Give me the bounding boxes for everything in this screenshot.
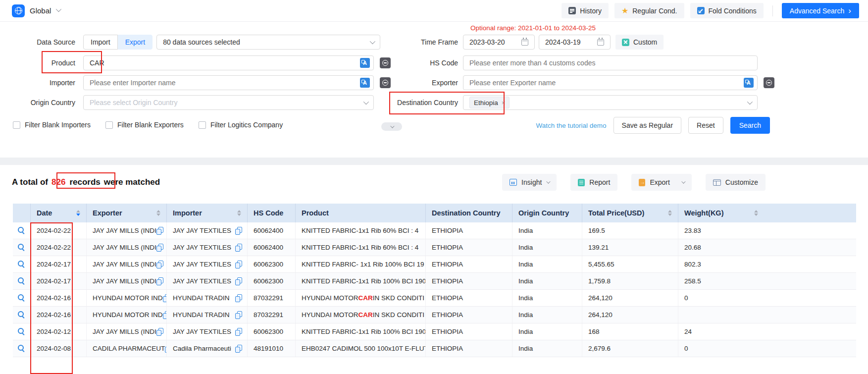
cell-text: HYUNDAI MOTOR IND xyxy=(93,294,163,302)
cell-text: 87032291 xyxy=(254,294,283,302)
column-header-label: Exporter xyxy=(93,209,122,217)
history-button[interactable]: History xyxy=(562,3,609,18)
column-header-exporter[interactable]: Exporter xyxy=(87,204,167,222)
column-header-total_price[interactable]: Total Price(USD) xyxy=(582,204,678,222)
cell-text: 802.3 xyxy=(684,261,701,268)
export-tab[interactable]: Export xyxy=(118,35,153,50)
cell-text: Cadila Pharmaceuti xyxy=(173,345,231,352)
copy-icon[interactable] xyxy=(235,261,242,268)
chevron-down-icon[interactable] xyxy=(56,6,61,11)
exporter-input[interactable] xyxy=(469,79,717,87)
cell-destination: ETHIOPIA xyxy=(426,340,512,357)
time-frame-row: Time Frame 2023-03-20 2024-03-19 Custom xyxy=(376,35,664,50)
data-source-select[interactable]: 80 data sources selected xyxy=(156,35,380,50)
report-button[interactable]: Report xyxy=(570,174,617,191)
sort-arrows[interactable] xyxy=(754,210,758,216)
filter-blank-exporters-checkbox[interactable]: Filter Blank Exporters xyxy=(105,121,184,129)
reset-button[interactable]: Reset xyxy=(688,117,723,134)
collapse-conditions-button[interactable] xyxy=(381,122,402,131)
custom-range-button[interactable]: Custom xyxy=(615,35,664,50)
view-detail-icon[interactable] xyxy=(18,328,25,335)
calendar-icon xyxy=(597,39,604,46)
column-header-weight[interactable]: Weight(KG) xyxy=(678,204,856,222)
sort-arrows[interactable] xyxy=(237,210,241,216)
view-detail-icon[interactable] xyxy=(18,277,25,285)
search-button[interactable]: Search xyxy=(730,117,770,134)
view-detail-icon[interactable] xyxy=(18,311,25,319)
origin-country-select[interactable]: Please select Origin Country xyxy=(83,95,374,110)
end-date-input[interactable]: 2024-03-19 xyxy=(539,35,611,50)
customize-button[interactable]: Customize xyxy=(706,174,766,191)
copy-icon[interactable] xyxy=(163,294,167,302)
copy-icon[interactable] xyxy=(235,227,242,235)
sort-asc-icon[interactable] xyxy=(754,210,758,213)
save-as-regular-button[interactable]: Save as Regular xyxy=(613,117,682,134)
copy-icon[interactable] xyxy=(235,311,242,319)
view-detail-icon[interactable] xyxy=(18,345,25,352)
sort-asc-icon[interactable] xyxy=(668,210,672,213)
sort-asc-icon[interactable] xyxy=(76,210,80,213)
start-date-input[interactable]: 2023-03-20 xyxy=(463,35,535,50)
chevron-down-icon xyxy=(547,179,551,183)
copy-icon[interactable] xyxy=(235,244,242,252)
export-button[interactable]: Export xyxy=(631,174,691,191)
importer-input[interactable] xyxy=(90,79,327,87)
translate-icon[interactable] xyxy=(360,58,370,68)
copy-icon[interactable] xyxy=(235,328,242,336)
copy-icon[interactable] xyxy=(156,244,163,252)
filter-blank-importers-checkbox[interactable]: Filter Blank Importers xyxy=(13,121,91,129)
cell-weight: 0 xyxy=(678,290,856,306)
translate-icon[interactable] xyxy=(360,78,370,88)
exporter-label: Exporter xyxy=(376,79,458,87)
view-detail-icon[interactable] xyxy=(18,244,25,251)
sort-desc-icon[interactable] xyxy=(668,214,672,216)
remove-tag-icon[interactable]: × xyxy=(502,99,506,107)
tutorial-link[interactable]: Watch the tutorial demo xyxy=(536,122,606,129)
import-tab[interactable]: Import xyxy=(83,35,118,50)
regular-cond-button[interactable]: ★ Regular Cond. xyxy=(614,3,684,18)
cell-text: India xyxy=(518,294,533,302)
sort-arrows[interactable] xyxy=(156,210,160,216)
fold-conditions-button[interactable]: Fold Conditions xyxy=(690,3,764,18)
advanced-search-button[interactable]: Advanced Search › xyxy=(782,3,859,18)
sort-desc-icon[interactable] xyxy=(76,214,80,216)
copy-icon[interactable] xyxy=(235,345,242,353)
translate-icon[interactable] xyxy=(744,78,754,88)
hs-code-input[interactable] xyxy=(469,59,737,67)
column-header-importer[interactable]: Importer xyxy=(167,204,248,222)
sort-asc-icon[interactable] xyxy=(156,210,160,213)
sort-arrows[interactable] xyxy=(668,210,672,216)
copy-icon[interactable] xyxy=(156,261,163,268)
chevron-down-icon[interactable] xyxy=(681,179,685,183)
sort-desc-icon[interactable] xyxy=(156,214,160,216)
destination-country-select[interactable]: Ethiopia × xyxy=(463,95,758,110)
chevron-down-icon xyxy=(370,39,375,44)
cell-exporter: JAY JAY MILLS (INDI xyxy=(87,256,167,272)
view-detail-icon[interactable] xyxy=(18,294,25,302)
filter-logitics-company-checkbox[interactable]: Filter Logitics Company xyxy=(199,121,283,129)
copy-icon[interactable] xyxy=(235,294,242,302)
copy-icon[interactable] xyxy=(235,277,242,285)
column-header-date[interactable]: Date xyxy=(31,204,87,222)
importer-label: Importer xyxy=(0,79,75,87)
copy-icon[interactable] xyxy=(163,311,167,319)
exclude-filter-icon[interactable] xyxy=(764,77,774,88)
view-detail-icon[interactable] xyxy=(18,261,25,268)
copy-icon[interactable] xyxy=(156,227,163,235)
product-input[interactable] xyxy=(90,59,327,67)
copy-icon[interactable] xyxy=(156,277,163,285)
copy-icon[interactable] xyxy=(156,328,163,336)
view-detail-icon[interactable] xyxy=(18,227,25,234)
cell-text: JAY JAY TEXTILES xyxy=(173,227,231,234)
sort-desc-icon[interactable] xyxy=(237,214,241,216)
cell-hs_code: 60062300 xyxy=(248,323,296,340)
sort-arrows[interactable] xyxy=(76,210,80,216)
cell-text: JAY JAY MILLS (INDI xyxy=(93,328,156,335)
sort-asc-icon[interactable] xyxy=(237,210,241,213)
table-row: 2024-02-17JAY JAY MILLS (INDIJAY JAY TEX… xyxy=(13,256,856,273)
cell-date: 2024-02-16 xyxy=(31,290,87,306)
sort-desc-icon[interactable] xyxy=(754,214,758,216)
table-row: 2024-02-16HYUNDAI MOTOR INDHYUNDAI TRADI… xyxy=(13,307,856,323)
cell-text: 2024-02-16 xyxy=(37,311,71,319)
insight-button[interactable]: Insight xyxy=(502,174,557,191)
